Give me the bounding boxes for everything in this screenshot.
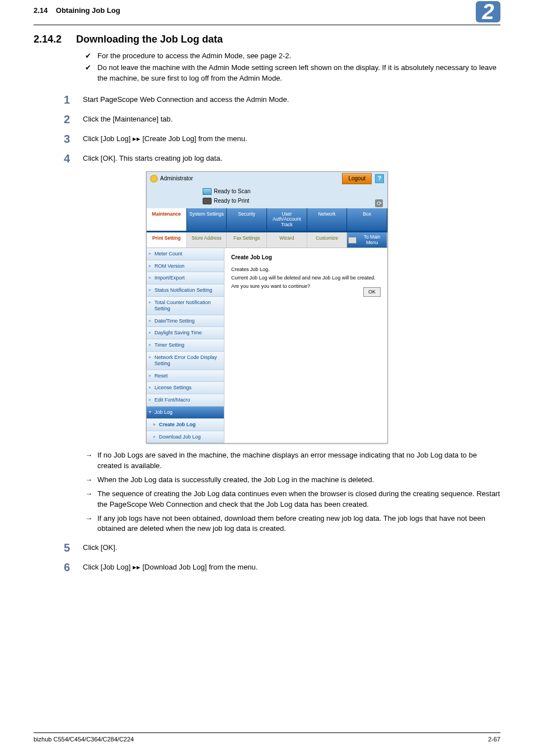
tab-user-auth[interactable]: User Auth/Account Track xyxy=(267,208,307,231)
sidebar-item-job-log[interactable]: Job Log xyxy=(147,407,224,419)
tab-network[interactable]: Network xyxy=(307,208,348,231)
subtab-fax-settings[interactable]: Fax Settings xyxy=(227,232,267,248)
subtab-print-setting[interactable]: Print Setting xyxy=(147,232,187,248)
sidebar-item-daylight-saving[interactable]: Daylight Saving Time xyxy=(147,327,224,339)
note-item: When the Job Log data is successfully cr… xyxy=(85,475,500,486)
step-number: 1 xyxy=(64,92,83,108)
sidebar-item-total-counter[interactable]: Total Counter Notification Setting xyxy=(147,297,224,315)
note-item: If any job logs have not been obtained, … xyxy=(85,514,500,535)
tab-security[interactable]: Security xyxy=(227,208,267,231)
section-ref: 2.14 xyxy=(34,6,48,15)
logout-button[interactable]: Logout xyxy=(342,173,372,185)
sidebar: Meter Count ROM Version Import/Export St… xyxy=(147,248,224,444)
page-footer: bizhub C554/C454/C364/C284/C224 2-67 xyxy=(34,732,500,744)
keyboard-icon xyxy=(348,237,357,244)
step-text: Click [Job Log] ▸▸ [Download Job Log] fr… xyxy=(83,559,257,573)
ok-button[interactable]: OK xyxy=(363,287,381,297)
sidebar-item-rom-version[interactable]: ROM Version xyxy=(147,260,224,273)
sidebar-item-import-export[interactable]: Import/Export xyxy=(147,272,224,284)
notes-list: If no Job Logs are saved in the machine,… xyxy=(85,450,500,534)
tab-box[interactable]: Box xyxy=(347,208,387,231)
sidebar-item-timer-setting[interactable]: Timer Setting xyxy=(147,339,224,352)
sidebar-item-status-notification[interactable]: Status Notification Setting xyxy=(147,284,224,297)
content-line: Creates Job Log. xyxy=(231,266,381,273)
section-label: Obtaining Job Log xyxy=(56,6,120,15)
screenshot-titlebar: Administrator Logout ? xyxy=(147,172,387,186)
sidebar-item-network-error[interactable]: Network Error Code Display Setting xyxy=(147,352,224,370)
step-number: 3 xyxy=(64,131,83,147)
step-text: Click [OK]. This starts creating job log… xyxy=(83,151,222,164)
footer-model: bizhub C554/C454/C364/C284/C224 xyxy=(34,735,134,744)
subtab-wizard[interactable]: Wizard xyxy=(267,232,307,248)
chapter-badge: 2 xyxy=(476,1,500,22)
status-bar: Ready to Scan Ready to Print ⟳ xyxy=(147,185,387,208)
tab-system-settings[interactable]: System Settings xyxy=(187,208,227,231)
step-text: Click the [Maintenance] tab. xyxy=(83,111,172,125)
content-line: Are you sure you want to continue? xyxy=(231,283,381,290)
subtab-to-main-menu[interactable]: To Main Menu xyxy=(347,232,387,248)
print-icon xyxy=(203,198,212,204)
screenshot-panel: Administrator Logout ? Ready to Scan Rea… xyxy=(146,171,388,444)
section-heading: 2.14.2 Downloading the Job Log data xyxy=(34,32,500,46)
sub-tabs: Print Setting Store Address Fax Settings… xyxy=(147,232,387,248)
tab-maintenance[interactable]: Maintenance xyxy=(147,208,187,231)
prereq-item: For the procedure to access the Admin Mo… xyxy=(85,51,500,62)
sidebar-item-date-time[interactable]: Date/Time Setting xyxy=(147,315,224,328)
refresh-icon[interactable]: ⟳ xyxy=(375,199,383,207)
section-title: Downloading the Job Log data xyxy=(76,32,223,46)
sidebar-item-license-settings[interactable]: License Settings xyxy=(147,382,224,394)
content-pane: Create Job Log Creates Job Log. Current … xyxy=(224,248,387,444)
ready-scan-label: Ready to Scan xyxy=(214,188,251,196)
note-item: If no Job Logs are saved in the machine,… xyxy=(85,450,500,472)
content-line: Current Job Log will be deleted and new … xyxy=(231,274,381,282)
sidebar-item-reset[interactable]: Reset xyxy=(147,370,224,382)
step-number: 4 xyxy=(64,151,83,167)
section-number: 2.14.2 xyxy=(34,32,62,46)
sidebar-item-create-job-log[interactable]: Create Job Log xyxy=(147,419,224,431)
step-text: Click [OK]. xyxy=(83,540,117,553)
step-text: Start PageScope Web Connection and acces… xyxy=(83,92,289,105)
subtab-to-main-label: To Main Menu xyxy=(358,235,386,245)
ready-print-label: Ready to Print xyxy=(214,197,249,206)
subtab-customize[interactable]: Customize xyxy=(307,232,348,248)
step-number: 6 xyxy=(64,559,83,576)
step-number: 2 xyxy=(64,111,83,128)
note-item: The sequence of creating the Job Log dat… xyxy=(85,489,500,510)
prereq-item: Do not leave the machine with the Admin … xyxy=(85,63,500,84)
step-text: Click [Job Log] ▸▸ [Create Job Log] from… xyxy=(83,131,247,144)
scan-icon xyxy=(203,188,212,195)
admin-label: Administrator xyxy=(160,175,193,183)
prereq-list: For the procedure to access the Admin Mo… xyxy=(85,51,500,84)
step-number: 5 xyxy=(64,540,83,556)
sidebar-item-meter-count[interactable]: Meter Count xyxy=(147,248,224,260)
page-header: 2.14 Obtaining Job Log 2 xyxy=(34,6,500,25)
admin-icon xyxy=(150,175,158,183)
main-tabs: Maintenance System Settings Security Use… xyxy=(147,208,387,232)
footer-page: 2-67 xyxy=(488,735,500,744)
sidebar-item-download-job-log[interactable]: Download Job Log xyxy=(147,431,224,444)
subtab-store-address[interactable]: Store Address xyxy=(187,232,227,248)
sidebar-item-edit-font-macro[interactable]: Edit Font/Macro xyxy=(147,394,224,407)
content-title: Create Job Log xyxy=(231,254,381,262)
help-button[interactable]: ? xyxy=(375,174,384,183)
